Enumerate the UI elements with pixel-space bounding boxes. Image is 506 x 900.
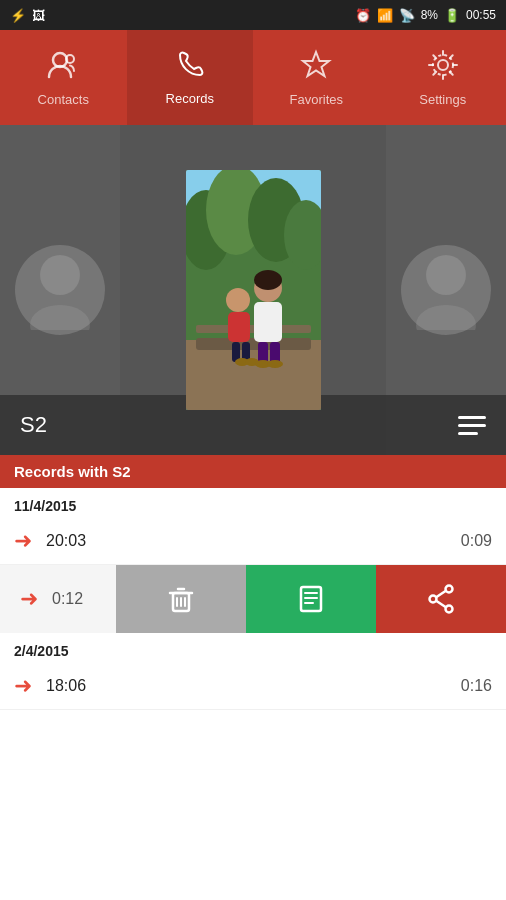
date-header-1: 11/4/2015 [0, 488, 506, 518]
menu-line-1 [458, 416, 486, 419]
menu-line-2 [458, 424, 486, 427]
date-header-2: 2/4/2015 [0, 633, 506, 663]
contacts-icon [47, 49, 79, 86]
nav-tabs: Contacts Records Favorites Settings [0, 30, 506, 125]
records-list: Records with S2 11/4/2015 ➜ 20:03 0:09 ➜… [0, 455, 506, 710]
record-duration-1: 0:09 [461, 532, 492, 550]
time-display: 00:55 [466, 8, 496, 22]
record-time-1: 20:03 [46, 532, 461, 550]
svg-rect-17 [228, 312, 250, 342]
record-duration-2: 0:16 [461, 677, 492, 695]
note-button[interactable] [246, 565, 376, 633]
share-icon [425, 583, 457, 615]
status-bar: ⚡ 🖼 ⏰ 📶 📡 8% 🔋 00:55 [0, 0, 506, 30]
tab-records-label: Records [166, 91, 214, 106]
outgoing-arrow-icon-1: ➜ [14, 528, 32, 554]
image-icon: 🖼 [32, 8, 45, 23]
favorites-icon [300, 49, 332, 86]
svg-point-3 [438, 60, 448, 70]
tab-favorites-label: Favorites [290, 92, 343, 107]
svg-line-44 [437, 591, 446, 597]
swiped-record-left: ➜ 0:12 [0, 565, 116, 633]
svg-point-5 [40, 255, 80, 295]
svg-point-6 [30, 305, 90, 330]
status-left: ⚡ 🖼 [10, 8, 45, 23]
alarm-icon: ⏰ [355, 8, 371, 23]
center-photo [186, 170, 321, 410]
date-1-text: 11/4/2015 [14, 498, 76, 514]
tab-favorites[interactable]: Favorites [253, 30, 380, 125]
tab-settings[interactable]: Settings [380, 30, 507, 125]
svg-point-21 [254, 270, 282, 290]
menu-button[interactable] [458, 416, 486, 435]
status-right: ⏰ 📶 📡 8% 🔋 00:55 [355, 8, 496, 23]
svg-rect-22 [254, 302, 282, 342]
tab-records[interactable]: Records [127, 30, 254, 125]
outgoing-arrow-icon-2: ➜ [14, 673, 32, 699]
tab-contacts-label: Contacts [38, 92, 89, 107]
right-avatar-ghost [401, 245, 491, 335]
svg-rect-15 [196, 325, 311, 333]
svg-rect-13 [186, 340, 321, 410]
record-time-2: 18:06 [46, 677, 461, 695]
svg-point-29 [426, 255, 466, 295]
swipe-action-row: ➜ 0:12 [0, 565, 506, 633]
svg-line-45 [437, 601, 446, 607]
settings-icon [427, 49, 459, 86]
left-avatar-ghost [15, 245, 105, 335]
records-section-header: Records with S2 [0, 455, 506, 488]
battery-text: 8% [421, 8, 438, 22]
usb-icon: ⚡ [10, 8, 26, 23]
swiped-duration: 0:12 [52, 590, 83, 608]
svg-point-28 [267, 360, 283, 368]
note-icon [295, 583, 327, 615]
outgoing-arrow-icon-swiped: ➜ [20, 586, 38, 612]
contact-photo [186, 170, 321, 410]
svg-rect-14 [196, 338, 311, 350]
profile-area: S2 [0, 125, 506, 455]
battery-icon: 🔋 [444, 8, 460, 23]
signal-icon: 📡 [399, 8, 415, 23]
svg-point-16 [226, 288, 250, 312]
date-2-text: 2/4/2015 [14, 643, 69, 659]
trash-icon [165, 583, 197, 615]
record-row-2[interactable]: ➜ 18:06 0:16 [0, 663, 506, 710]
menu-line-3 [458, 432, 478, 435]
records-icon [175, 50, 205, 85]
share-button[interactable] [376, 565, 506, 633]
wifi-icon: 📶 [377, 8, 393, 23]
record-row-1[interactable]: ➜ 20:03 0:09 [0, 518, 506, 565]
svg-marker-2 [303, 52, 329, 76]
svg-point-30 [416, 305, 476, 330]
delete-button[interactable] [116, 565, 246, 633]
contact-name: S2 [20, 412, 47, 438]
records-header-text: Records with S2 [14, 463, 131, 480]
tab-settings-label: Settings [419, 92, 466, 107]
tab-contacts[interactable]: Contacts [0, 30, 127, 125]
